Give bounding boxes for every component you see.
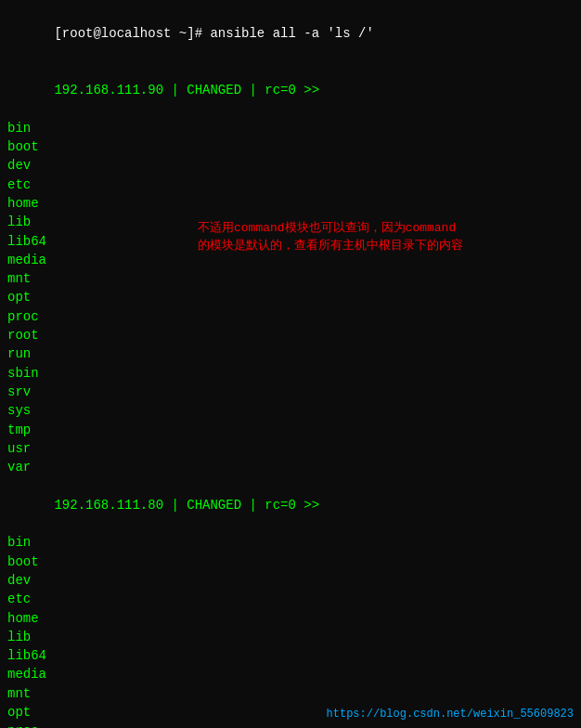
terminal-window: [root@localhost ~]# ansible all -a 'ls /… [0,0,581,728]
dir-run-1: run [7,344,574,363]
host1-header: 192.168.111.90 | CHANGED | rc=0 >> [7,62,574,119]
dir-tmp-1: tmp [7,421,574,439]
dir-etc-2: etc [7,590,574,608]
dir-dev-1: dev [7,156,574,175]
host2-dirs-section: bin boot dev etc home lib lib64 media mn… [7,533,574,728]
dir-usr-1: usr [7,439,574,458]
dir-mnt-1: mnt [7,269,574,288]
dir-etc-1: etc [7,176,574,194]
dir-root-1: root [7,326,574,344]
watermark: https://blog.csdn.net/weixin_55609823 [327,708,574,721]
dir-boot-2: boot [7,552,574,571]
dir-sbin-1: sbin [7,364,574,383]
dir-var-1: var [7,458,574,476]
prompt-text: [root@localhost ~]# ansible all -a 'ls /… [54,26,373,41]
dir-dev-2: dev [7,571,574,590]
annotation-line2: 的模块是默认的，查看所有主机中根目录下的内容 [198,237,560,255]
annotation-line1: 不适用command模块也可以查询，因为command [198,219,560,238]
dir-boot-1: boot [7,137,574,156]
host1-header-text: 192.168.111.90 | CHANGED | rc=0 >> [54,83,319,98]
dir-mnt-2: mnt [7,684,574,703]
dir-bin-2: bin [7,533,574,552]
dir-lib-2: lib [7,628,574,646]
dir-proc-2: proc [7,722,574,728]
annotation-block: 不适用command模块也可以查询，因为command 的模块是默认的，查看所有… [198,219,560,255]
terminal-content: [root@localhost ~]# ansible all -a 'ls /… [7,6,574,728]
dir-proc-1: proc [7,307,574,326]
dir-media-2: media [7,665,574,683]
host2-header: 192.168.111.80 | CHANGED | rc=0 >> [7,476,574,533]
dir-lib64-2: lib64 [7,646,574,665]
prompt-line: [root@localhost ~]# ansible all -a 'ls /… [7,6,574,62]
dir-opt-1: opt [7,288,574,306]
dir-sys-1: sys [7,401,574,420]
dir-home-2: home [7,609,574,628]
host2-header-text: 192.168.111.80 | CHANGED | rc=0 >> [54,498,319,513]
dir-home-1: home [7,194,574,213]
host1-dirs-section: 不适用command模块也可以查询，因为command 的模块是默认的，查看所有… [7,119,574,477]
dir-srv-1: srv [7,383,574,401]
dir-bin-1: bin [7,119,574,137]
